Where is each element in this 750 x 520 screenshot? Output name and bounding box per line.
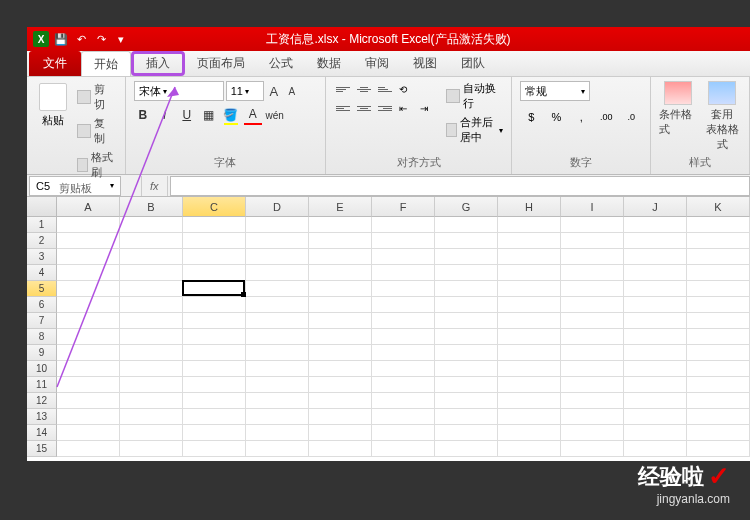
cell[interactable]	[435, 281, 498, 297]
column-header[interactable]: G	[435, 197, 498, 217]
comma-button[interactable]: ,	[570, 107, 592, 127]
cell[interactable]	[246, 409, 309, 425]
cell[interactable]	[561, 249, 624, 265]
bold-button[interactable]: B	[134, 105, 152, 125]
table-format-button[interactable]: 套用 表格格式	[703, 81, 741, 152]
cell[interactable]	[687, 441, 750, 457]
column-header[interactable]: I	[561, 197, 624, 217]
cell[interactable]	[435, 233, 498, 249]
indent-increase-button[interactable]: ⇥	[418, 100, 436, 116]
cell[interactable]	[498, 441, 561, 457]
column-header[interactable]: K	[687, 197, 750, 217]
cell[interactable]	[309, 265, 372, 281]
cell[interactable]	[435, 265, 498, 281]
font-size-select[interactable]: 11▾	[226, 81, 264, 101]
cell[interactable]	[309, 329, 372, 345]
cell[interactable]	[498, 425, 561, 441]
cell[interactable]	[435, 409, 498, 425]
cell[interactable]	[561, 313, 624, 329]
cell[interactable]	[498, 409, 561, 425]
cell[interactable]	[561, 297, 624, 313]
cell[interactable]	[435, 377, 498, 393]
cell[interactable]	[372, 361, 435, 377]
align-middle-button[interactable]	[355, 81, 373, 97]
cell[interactable]	[57, 425, 120, 441]
cell[interactable]	[372, 313, 435, 329]
align-bottom-button[interactable]	[376, 81, 394, 97]
cell[interactable]	[246, 297, 309, 313]
border-button[interactable]: ▦	[200, 105, 218, 125]
cell[interactable]	[120, 313, 183, 329]
cell[interactable]	[309, 441, 372, 457]
cell[interactable]	[435, 313, 498, 329]
cell[interactable]	[687, 297, 750, 313]
cell[interactable]	[687, 233, 750, 249]
grow-font-button[interactable]: A	[266, 83, 282, 99]
cell[interactable]	[309, 393, 372, 409]
font-name-select[interactable]: 宋体▾	[134, 81, 224, 101]
row-header[interactable]: 6	[27, 297, 57, 313]
save-icon[interactable]: 💾	[53, 31, 69, 47]
cell[interactable]	[120, 329, 183, 345]
align-right-button[interactable]	[376, 100, 394, 116]
cell[interactable]	[372, 281, 435, 297]
conditional-format-button[interactable]: 条件格式	[659, 81, 697, 152]
cell[interactable]	[57, 265, 120, 281]
cell[interactable]	[120, 281, 183, 297]
cell[interactable]	[687, 393, 750, 409]
wrap-text-button[interactable]: 自动换行	[446, 81, 504, 111]
cell[interactable]	[624, 313, 687, 329]
cell[interactable]	[687, 425, 750, 441]
cell[interactable]	[246, 425, 309, 441]
column-header[interactable]: D	[246, 197, 309, 217]
cell[interactable]	[372, 425, 435, 441]
row-header[interactable]: 8	[27, 329, 57, 345]
cell[interactable]	[624, 409, 687, 425]
align-center-button[interactable]	[355, 100, 373, 116]
cell[interactable]	[372, 441, 435, 457]
currency-button[interactable]: $	[520, 107, 542, 127]
orientation-button[interactable]: ⟲	[397, 81, 415, 97]
cell[interactable]	[435, 217, 498, 233]
cell[interactable]	[624, 345, 687, 361]
row-header[interactable]: 2	[27, 233, 57, 249]
column-header[interactable]: B	[120, 197, 183, 217]
cell[interactable]	[498, 281, 561, 297]
cell[interactable]	[561, 345, 624, 361]
cell[interactable]	[435, 361, 498, 377]
row-header[interactable]: 15	[27, 441, 57, 457]
cell[interactable]	[372, 249, 435, 265]
cell[interactable]	[183, 265, 246, 281]
cell[interactable]	[120, 377, 183, 393]
cell[interactable]	[624, 217, 687, 233]
phonetic-button[interactable]: wén	[266, 105, 284, 125]
cell[interactable]	[183, 281, 246, 297]
cell[interactable]	[120, 233, 183, 249]
cell[interactable]	[309, 377, 372, 393]
decrease-decimal-button[interactable]: .0	[620, 107, 642, 127]
cut-button[interactable]: 剪切	[75, 81, 117, 113]
cell[interactable]	[687, 265, 750, 281]
cell[interactable]	[120, 409, 183, 425]
cell[interactable]	[246, 313, 309, 329]
cell[interactable]	[624, 249, 687, 265]
cell[interactable]	[561, 281, 624, 297]
cell[interactable]	[57, 409, 120, 425]
italic-button[interactable]: I	[156, 105, 174, 125]
cell[interactable]	[57, 217, 120, 233]
tab-review[interactable]: 审阅	[353, 51, 401, 76]
font-color-button[interactable]: A	[244, 105, 262, 125]
align-top-button[interactable]	[334, 81, 352, 97]
cell[interactable]	[183, 329, 246, 345]
cell[interactable]	[561, 441, 624, 457]
row-header[interactable]: 11	[27, 377, 57, 393]
cell[interactable]	[183, 297, 246, 313]
cell[interactable]	[561, 377, 624, 393]
cell[interactable]	[246, 281, 309, 297]
cell[interactable]	[435, 249, 498, 265]
cell[interactable]	[183, 377, 246, 393]
formula-input[interactable]	[170, 176, 750, 196]
cell[interactable]	[120, 425, 183, 441]
cell[interactable]	[498, 393, 561, 409]
column-header[interactable]: C	[183, 197, 246, 217]
